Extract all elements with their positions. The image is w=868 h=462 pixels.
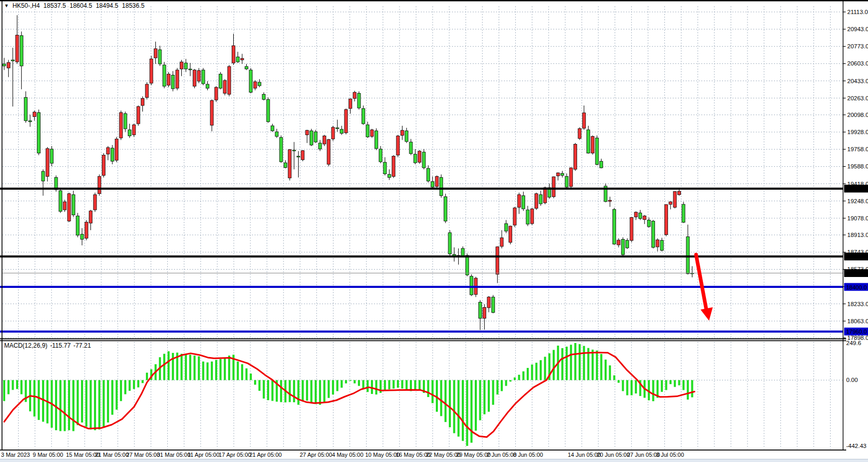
macd-bar <box>250 374 252 380</box>
candle-bear <box>383 162 386 174</box>
macd-bar <box>626 380 629 395</box>
macd-bar <box>120 380 122 401</box>
candlestick-chart-canvas[interactable]: 21113.020943.020773.020603.020433.020263… <box>0 0 868 462</box>
candle-bull <box>241 58 244 60</box>
macd-bar <box>215 360 217 380</box>
date-label: 17 Apr 05:00 <box>219 452 251 458</box>
macd-bar <box>388 380 390 389</box>
candle-bull <box>370 130 373 137</box>
candle-bull <box>115 139 118 160</box>
date-label: 9 Mar 05:00 <box>33 452 63 458</box>
candle-bear <box>362 109 365 124</box>
candle-bull <box>396 136 399 155</box>
date-label: 21 Apr 05:00 <box>249 452 282 458</box>
macd-bar <box>20 380 22 394</box>
candle-bear <box>262 95 265 100</box>
candle-bear <box>431 181 434 187</box>
macd-bar <box>458 380 460 437</box>
macd-bar <box>562 348 564 380</box>
macd-bar <box>600 354 603 380</box>
macd-bar <box>315 380 317 404</box>
price-tick-label: 19078.0 <box>847 215 868 221</box>
macd-bar <box>163 354 165 380</box>
macd-bar <box>289 380 291 402</box>
macd-bar <box>652 380 655 401</box>
candle-bull <box>344 110 348 133</box>
candle-bull <box>487 297 490 308</box>
macd-name: MACD(12,26,9) <box>4 342 47 349</box>
candle-bear <box>652 221 655 247</box>
price-badge-label: 18400.0 <box>846 284 867 291</box>
macd-bar <box>211 362 213 380</box>
candle-bear <box>249 70 252 93</box>
candle-bear <box>426 168 430 181</box>
symbol-dropdown-icon[interactable]: ▼ <box>4 3 9 8</box>
candle-bull <box>496 247 499 274</box>
macd-bar <box>181 354 183 380</box>
macd-bar <box>207 362 209 380</box>
date-label: 27 Mar 05:00 <box>126 452 160 458</box>
macd-bar <box>237 362 239 380</box>
price-badge-label: 19370.0 <box>846 186 867 192</box>
macd-bar <box>462 380 464 441</box>
macd-bar <box>553 350 555 380</box>
macd-bar <box>349 380 351 380</box>
candle-bull <box>327 139 330 164</box>
candle-bull <box>154 49 157 58</box>
candle-bull <box>591 136 594 153</box>
candle-bear <box>405 131 408 141</box>
candle-bull <box>253 82 257 88</box>
date-label: 4 May 05:00 <box>332 452 364 458</box>
macd-bar <box>592 350 594 380</box>
macd-bar <box>518 375 520 380</box>
candle-bull <box>569 168 572 187</box>
date-label: 20 Jun 05:00 <box>597 452 630 458</box>
candle-bear <box>42 171 45 181</box>
candle-bear <box>297 156 300 157</box>
date-label: 29 May 05:00 <box>456 452 491 458</box>
candle-bear <box>478 302 482 318</box>
price-tick-label: 18233.0 <box>847 301 868 307</box>
candle-bear <box>189 69 192 70</box>
macd-tick-label: 249.6 <box>846 340 861 346</box>
price-badge-label: 18536.5 <box>846 270 867 276</box>
macd-bar <box>124 380 126 394</box>
candle-bear <box>565 177 568 187</box>
date-label: 27 Jun 05:00 <box>627 452 660 458</box>
ohlc-close: 18536.5 <box>122 2 144 9</box>
macd-bar <box>341 380 343 388</box>
macd-value: -115.77 <box>50 342 71 349</box>
price-tick-label: 19758.0 <box>847 146 868 152</box>
candle-bull <box>89 211 92 223</box>
macd-bar <box>280 380 282 402</box>
candle-bear <box>37 113 41 153</box>
candle-bear <box>461 248 464 256</box>
candle-bull <box>145 84 149 97</box>
date-label: 2 Jun 05:00 <box>487 452 517 458</box>
macd-bar <box>263 380 265 398</box>
candle-bull <box>137 107 140 124</box>
macd-tick-label: -442.43 <box>846 443 866 449</box>
macd-bar <box>103 380 105 427</box>
macd-bar <box>59 380 61 431</box>
macd-bar <box>514 377 516 380</box>
macd-bar <box>328 380 330 398</box>
candle-bear <box>647 220 650 227</box>
support-resistance-lines[interactable] <box>0 189 843 332</box>
candle-bull <box>94 195 97 210</box>
candle-bear <box>184 63 188 69</box>
candle-bull <box>513 208 516 225</box>
macd-bar <box>94 380 96 430</box>
candle-bear <box>76 216 79 235</box>
candle-bear <box>11 60 15 61</box>
candle-bear <box>504 223 508 231</box>
date-label: 10 May 05:00 <box>365 452 400 458</box>
candle-bull <box>392 156 395 177</box>
candle-bear <box>236 57 239 62</box>
macd-bar <box>445 380 447 422</box>
macd-bar <box>137 380 139 387</box>
macd-bar <box>224 358 226 380</box>
candle-bear <box>682 204 685 222</box>
candle-bear <box>595 138 598 164</box>
price-tick-label: 20943.0 <box>847 26 868 32</box>
